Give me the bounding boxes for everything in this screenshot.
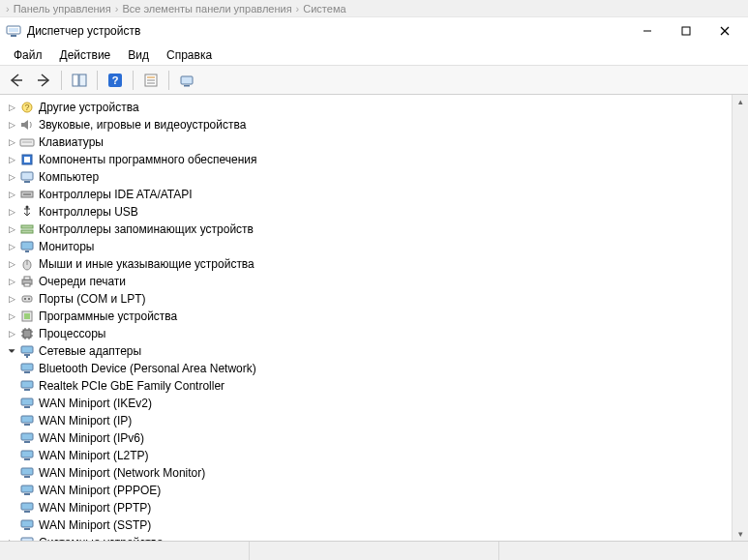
expand-icon[interactable]: ▷ — [4, 134, 19, 150]
svg-rect-2 — [11, 35, 16, 37]
expand-icon[interactable]: ▷ — [4, 169, 19, 185]
expand-icon[interactable]: ▷ — [4, 256, 19, 272]
svg-rect-69 — [24, 476, 30, 478]
tree-category-keyboards[interactable]: ▷ Клавиатуры — [4, 133, 732, 151]
tree-category-system-devices[interactable]: ▷ Системные устройства — [4, 534, 732, 541]
expand-icon[interactable]: ▷ — [4, 152, 19, 167]
device-tree[interactable]: ▷ ? Другие устройства ▷ Звуковые, игровы… — [0, 95, 732, 541]
help-button[interactable]: ? — [103, 69, 128, 92]
svg-rect-59 — [24, 389, 30, 391]
menu-help[interactable]: Справка — [159, 46, 220, 64]
chevron-right-icon: › — [296, 3, 300, 15]
tree-device-wan-ikev2[interactable]: ▷ WAN Miniport (IKEv2) — [4, 395, 732, 412]
svg-rect-31 — [21, 230, 33, 233]
tree-category-software-devices[interactable]: ▷ Программные устройства — [4, 308, 732, 325]
tree-label: WAN Miniport (SSTP) — [39, 518, 151, 532]
expand-icon[interactable]: ▷ — [4, 274, 19, 289]
svg-rect-72 — [21, 503, 33, 510]
tree-category-mice[interactable]: ▷ Мыши и иные указывающие устройства — [4, 255, 732, 273]
tree-device-wan-pppoe[interactable]: ▷ WAN Miniport (PPPOE) — [4, 482, 732, 499]
expand-icon[interactable]: ▷ — [4, 309, 19, 324]
expand-icon[interactable]: ▷ — [4, 204, 19, 220]
expand-icon[interactable]: ▷ — [4, 239, 19, 254]
menu-file[interactable]: Файл — [6, 46, 50, 64]
tree-category-ide-ata[interactable]: ▷ Контроллеры IDE ATA/ATAPI — [4, 186, 732, 203]
menu-view[interactable]: Вид — [120, 46, 157, 64]
expand-icon[interactable]: ▷ — [4, 187, 19, 202]
tree-category-ports[interactable]: ▷ Порты (COM и LPT) — [4, 290, 732, 308]
svg-rect-18 — [184, 85, 190, 87]
tree-device-wan-ipv6[interactable]: ▷ WAN Miniport (IPv6) — [4, 429, 732, 447]
expand-icon[interactable]: ▷ — [4, 221, 19, 237]
tree-device-wan-ip[interactable]: ▷ WAN Miniport (IP) — [4, 412, 732, 429]
properties-button[interactable] — [138, 69, 164, 92]
expand-icon[interactable]: ▷ — [4, 326, 19, 341]
tree-category-print-queues[interactable]: ▷ Очереди печати — [4, 273, 732, 290]
tree-category-usb[interactable]: ▷ Контроллеры USB — [4, 203, 732, 221]
toolbar-separator — [97, 71, 98, 90]
tree-device-wan-sstp[interactable]: ▷ WAN Miniport (SSTP) — [4, 516, 732, 534]
scroll-down-icon[interactable]: ▾ — [738, 527, 743, 541]
tree-category-software-components[interactable]: ▷ Компоненты программного обеспечения — [4, 151, 732, 168]
nav-forward-button[interactable] — [31, 69, 56, 92]
scroll-up-icon[interactable]: ▴ — [738, 95, 743, 108]
usb-icon — [19, 204, 35, 220]
network-adapter-icon — [19, 343, 35, 359]
tree-device-bluetooth-pan[interactable]: ▷ Bluetooth Device (Personal Area Networ… — [4, 360, 732, 377]
network-adapter-icon — [19, 396, 35, 411]
collapse-icon[interactable]: ⏷ — [4, 343, 19, 359]
network-adapter-icon — [19, 413, 35, 428]
expand-icon[interactable]: ▷ — [4, 291, 19, 307]
vertical-scrollbar[interactable]: ▴ ▾ — [732, 95, 748, 541]
minimize-button[interactable] — [628, 18, 667, 44]
expand-icon[interactable]: ▷ — [4, 117, 19, 133]
tree-category-processors[interactable]: ▷ Процессоры — [4, 325, 732, 342]
toolbar-separator — [168, 71, 169, 90]
storage-controller-icon — [19, 221, 35, 237]
svg-rect-60 — [21, 398, 33, 405]
show-hide-console-button[interactable] — [67, 69, 92, 92]
tree-device-realtek-gbe[interactable]: ▷ Realtek PCIe GbE Family Controller — [4, 377, 732, 395]
ide-controller-icon — [19, 187, 35, 202]
other-device-icon: ? — [19, 100, 35, 115]
svg-rect-70 — [21, 486, 33, 492]
expand-icon[interactable]: ▷ — [4, 535, 19, 541]
tree-category-other-devices[interactable]: ▷ ? Другие устройства — [4, 99, 732, 116]
svg-point-40 — [24, 298, 26, 300]
tree-category-computer[interactable]: ▷ Компьютер — [4, 168, 732, 186]
network-adapter-icon — [19, 500, 35, 516]
window-controls — [628, 18, 744, 44]
tree-device-wan-netmon[interactable]: ▷ WAN Miniport (Network Monitor) — [4, 464, 732, 482]
tree-category-monitors[interactable]: ▷ Мониторы — [4, 238, 732, 255]
tree-device-wan-pptp[interactable]: ▷ WAN Miniport (PPTP) — [4, 499, 732, 516]
window-title: Диспетчер устройств — [27, 24, 140, 38]
tree-device-wan-l2tp[interactable]: ▷ WAN Miniport (L2TP) — [4, 447, 732, 464]
svg-point-29 — [26, 206, 29, 209]
statusbar-pane — [499, 542, 748, 560]
tree-label: WAN Miniport (IKEv2) — [39, 397, 152, 410]
svg-rect-65 — [24, 441, 30, 443]
svg-rect-25 — [21, 172, 33, 180]
maximize-button[interactable] — [667, 18, 705, 44]
tree-label: WAN Miniport (Network Monitor) — [39, 466, 205, 480]
tree-label: Контроллеры USB — [39, 205, 138, 219]
tree-label: Клавиатуры — [39, 135, 104, 149]
scan-hardware-button[interactable] — [174, 69, 199, 92]
tree-label: Сетевые адаптеры — [39, 344, 141, 358]
chevron-right-icon: › — [115, 3, 119, 15]
tree-label: WAN Miniport (PPPOE) — [39, 484, 161, 497]
breadcrumb-item: Панель управления — [14, 3, 111, 15]
nav-back-button[interactable] — [4, 69, 29, 92]
tree-category-network-adapters[interactable]: ⏷ Сетевые адаптеры — [4, 342, 732, 360]
tree-category-sound[interactable]: ▷ Звуковые, игровые и видеоустройства — [4, 116, 732, 133]
expand-icon[interactable]: ▷ — [4, 100, 19, 115]
breadcrumb-item: Система — [303, 3, 345, 15]
tree-category-storage-controllers[interactable]: ▷ Контроллеры запоминающих устройств — [4, 221, 732, 238]
menu-action[interactable]: Действие — [52, 46, 119, 64]
printer-icon — [19, 274, 35, 289]
svg-rect-9 — [73, 74, 78, 86]
svg-rect-10 — [79, 74, 86, 86]
tree-label: Очереди печати — [39, 275, 126, 288]
breadcrumb-item: Все элементы панели управления — [122, 3, 291, 15]
close-button[interactable] — [705, 18, 744, 44]
